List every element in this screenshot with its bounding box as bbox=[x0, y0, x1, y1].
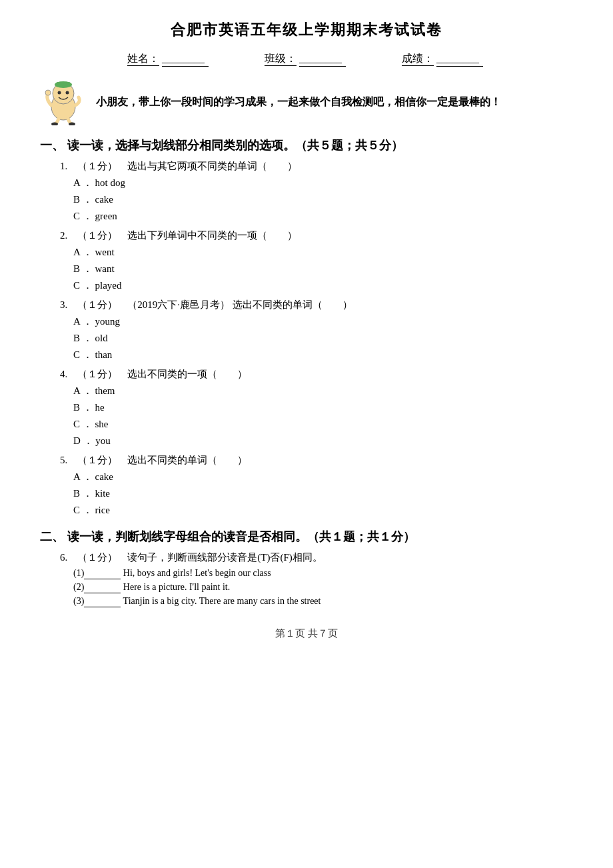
question-1-option-a: A ． hot dog bbox=[73, 177, 573, 189]
class-blank: ________ bbox=[299, 53, 346, 67]
sentence-content-1: Hi, boys and girls! Let's begin our clas… bbox=[121, 568, 271, 578]
sentence-1: (1) Hi, boys and girls! Let's begin our … bbox=[73, 568, 573, 579]
section1-questions: 1. （１分） 选出与其它两项不同类的单词（ ）A ． hot dogB ． c… bbox=[40, 160, 573, 517]
question-3-option-c: C ． than bbox=[73, 349, 573, 361]
question-2-option-a: A ． went bbox=[73, 246, 573, 259]
sentence-index-3: (3) bbox=[73, 596, 84, 606]
question-4-option-b: B ． he bbox=[73, 401, 573, 414]
sentence-index-1: (1) bbox=[73, 568, 84, 578]
question-6: 6. （１分） 读句子，判断画线部分读音是(T)否(F)相同。(1) Hi, b… bbox=[60, 551, 573, 607]
name-blank: ________ bbox=[162, 53, 209, 67]
question-5-title: 5. （１分） 选出不同类的单词（ ） bbox=[60, 454, 573, 467]
sentence-blank-1[interactable] bbox=[84, 568, 121, 579]
question-1-option-b: B ． cake bbox=[73, 193, 573, 206]
section1-title-text: 一、 读一读，选择与划线部分相同类别的选项。（共５题；共５分） bbox=[40, 137, 403, 153]
sentence-index-2: (2) bbox=[73, 582, 84, 592]
question-3-option-a: A ． young bbox=[73, 315, 573, 328]
section2-title: 二、 读一读，判断划线字母组合的读音是否相同。（共１题；共１分） bbox=[40, 529, 573, 545]
svg-point-8 bbox=[45, 90, 51, 95]
question-5-option-a: A ． cake bbox=[73, 471, 573, 483]
question-5: 5. （１分） 选出不同类的单词（ ）A ． cakeB ． kiteC ． r… bbox=[60, 454, 573, 517]
question-4-option-d: D ． you bbox=[73, 435, 573, 447]
sentence-2: (2) Here is a picture. I'll paint it. bbox=[73, 582, 573, 593]
sentence-3: (3) Tianjin is a big city. There are man… bbox=[73, 596, 573, 607]
score-label: 成绩： bbox=[402, 53, 434, 66]
question-2-option-c: C ． played bbox=[73, 279, 573, 292]
sentence-content-2: Here is a picture. I'll paint it. bbox=[121, 582, 230, 592]
question-4-option-c: C ． she bbox=[73, 418, 573, 431]
section2-questions: 6. （１分） 读句子，判断画线部分读音是(T)否(F)相同。(1) Hi, b… bbox=[40, 551, 573, 607]
page-footer: 第１页 共７页 bbox=[40, 627, 573, 640]
question-4-option-a: A ． them bbox=[73, 385, 573, 397]
question-2-title: 2. （１分） 选出下列单词中不同类的一项（ ） bbox=[60, 229, 573, 242]
svg-point-4 bbox=[58, 91, 61, 95]
question-1-option-c: C ． green bbox=[73, 210, 573, 223]
intro-text: 小朋友，带上你一段时间的学习成果，一起来做个自我检测吧，相信你一定是最棒的！ bbox=[96, 95, 501, 109]
page-title: 合肥市英语五年级上学期期末考试试卷 bbox=[40, 20, 573, 40]
question-5-option-c: C ． rice bbox=[73, 504, 573, 517]
header-info: 姓名：________ 班级：________ 成绩：________ bbox=[40, 52, 573, 67]
question-2-option-b: B ． want bbox=[73, 263, 573, 275]
sentence-blank-2[interactable] bbox=[84, 582, 121, 593]
sentence-content-3: Tianjin is a big city. There are many ca… bbox=[121, 596, 320, 606]
sentence-blank-3[interactable] bbox=[84, 596, 121, 607]
footer-text: 第１页 共７页 bbox=[275, 628, 338, 639]
question-3: 3. （１分） （2019六下·鹿邑月考） 选出不同类的单词（ ）A ． you… bbox=[60, 299, 573, 361]
svg-rect-3 bbox=[56, 82, 71, 87]
question-3-option-b: B ． old bbox=[73, 332, 573, 345]
name-field: 姓名：________ bbox=[127, 52, 211, 67]
question-4: 4. （１分） 选出不同类的一项（ ）A ． themB ． heC ． she… bbox=[60, 368, 573, 447]
svg-point-5 bbox=[66, 91, 69, 95]
question-4-title: 4. （１分） 选出不同类的一项（ ） bbox=[60, 368, 573, 381]
score-field: 成绩：________ bbox=[402, 52, 486, 67]
question-1: 1. （１分） 选出与其它两项不同类的单词（ ）A ． hot dogB ． c… bbox=[60, 160, 573, 223]
class-field: 班级：________ bbox=[265, 52, 348, 67]
mascot-row: 小朋友，带上你一段时间的学习成果，一起来做个自我检测吧，相信你一定是最棒的！ bbox=[40, 79, 573, 125]
class-label: 班级： bbox=[265, 53, 297, 66]
question-6-title: 6. （１分） 读句子，判断画线部分读音是(T)否(F)相同。 bbox=[60, 551, 573, 564]
question-2: 2. （１分） 选出下列单词中不同类的一项（ ）A ． wentB ． want… bbox=[60, 229, 573, 292]
score-blank: ________ bbox=[436, 53, 483, 67]
name-label: 姓名： bbox=[127, 53, 159, 66]
section1-title: 一、 读一读，选择与划线部分相同类别的选项。（共５题；共５分） bbox=[40, 137, 573, 153]
question-3-title: 3. （１分） （2019六下·鹿邑月考） 选出不同类的单词（ ） bbox=[60, 299, 573, 311]
question-1-title: 1. （１分） 选出与其它两项不同类的单词（ ） bbox=[60, 160, 573, 173]
section2-title-text: 二、 读一读，判断划线字母组合的读音是否相同。（共１题；共１分） bbox=[40, 529, 415, 545]
mascot-icon bbox=[40, 79, 87, 125]
question-5-option-b: B ． kite bbox=[73, 487, 573, 500]
